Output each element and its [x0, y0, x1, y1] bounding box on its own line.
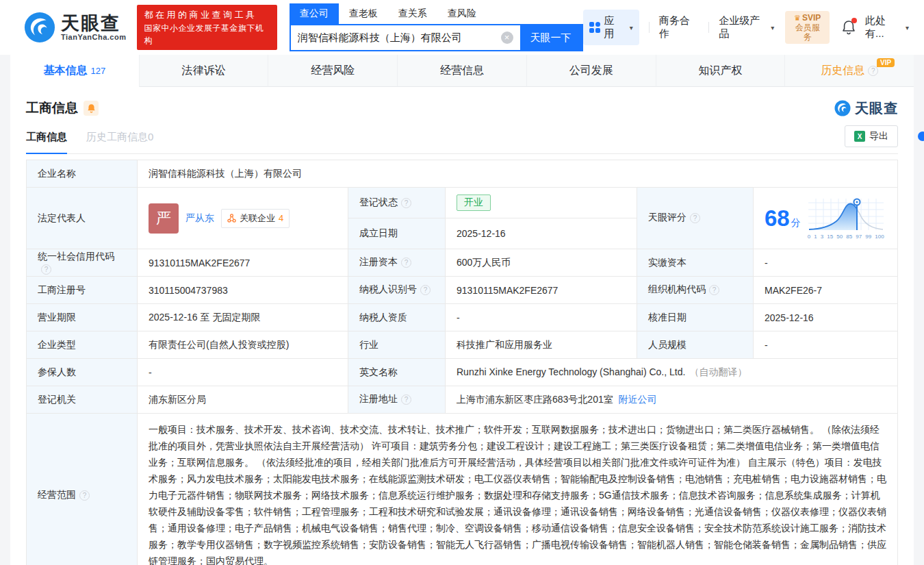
subtab-history-business-info[interactable]: 历史工商信息0: [86, 125, 153, 153]
staff-size-value: -: [754, 331, 898, 359]
field-label: 注册资本?: [348, 249, 446, 277]
subtab-business-info[interactable]: 工商信息: [26, 125, 67, 153]
related-count: 4: [279, 213, 283, 223]
tab-intellectual-property[interactable]: 知识产权: [656, 55, 786, 87]
search-tab-company[interactable]: 查公司: [290, 3, 339, 24]
table-row: 经营范围? 一般项目：技术服务、技术开发、技术咨询、技术交流、技术转让、技术推广…: [27, 414, 898, 565]
top-header: 天眼查 TianYanCha.com 都在用的商业查询工具 国家中小企业发展子基…: [0, 0, 924, 55]
section-title: 工商信息: [26, 99, 78, 117]
field-label: 英文名称: [348, 359, 446, 386]
auto-translate-note: （自动翻译）: [689, 366, 747, 377]
field-label: 经营范围?: [27, 414, 138, 565]
nearby-companies-link[interactable]: 附近公司: [619, 394, 657, 405]
field-label: 纳税人识别号?: [348, 277, 446, 304]
field-label: 参保人数: [27, 359, 138, 386]
notification-bell-icon[interactable]: [842, 20, 856, 35]
reg-status-cell: 开业: [446, 188, 637, 218]
credit-code-value: 91310115MAK2FE2677: [138, 249, 348, 277]
reg-number-value: 310115004737983: [138, 277, 348, 304]
table-row: 企业类型 有限责任公司(自然人投资或控股) 行业 科技推广和应用服务业 人员规模…: [27, 331, 898, 359]
tab-history-info[interactable]: VIP 历史信息 ?: [785, 55, 914, 87]
tab-legal-proceedings[interactable]: 法律诉讼: [140, 55, 269, 87]
floating-widget[interactable]: [918, 131, 924, 141]
help-icon[interactable]: ?: [401, 258, 411, 268]
business-info-table: 企业名称 润智信科能源科技（上海）有限公司 法定代表人 严 严从东: [26, 160, 898, 565]
search-tab-risk[interactable]: 查风险: [437, 3, 487, 24]
tab-company-development[interactable]: 公司发展: [527, 55, 656, 87]
related-companies-badge[interactable]: 关联企业 4: [221, 209, 290, 228]
org-code-value: MAK2FE26-7: [754, 277, 898, 304]
paid-capital-value: -: [754, 249, 898, 277]
help-icon[interactable]: ?: [401, 394, 411, 405]
approval-date-value: 2025-12-16: [754, 304, 898, 331]
search-tab-boss[interactable]: 查老板: [339, 3, 388, 24]
subscribe-bell-icon[interactable]: [84, 101, 99, 116]
related-label: 关联企业: [240, 212, 275, 225]
vip-badge: VIP: [877, 58, 895, 67]
insured-value: -: [138, 359, 348, 386]
table-row: 工商注册号 310115004737983 纳税人识别号? 91310115MA…: [27, 277, 898, 304]
tab-operating-info[interactable]: 经营信息: [398, 55, 527, 87]
tab-label: 基本信息: [44, 64, 88, 78]
table-row: 法定代表人 严 严从东 关联企业 4: [27, 188, 898, 218]
field-label: 法定代表人: [27, 188, 138, 249]
business-scope-text: 一般项目：技术服务、技术开发、技术咨询、技术交流、技术转让、技术推广；软件开发；…: [138, 414, 898, 565]
tab-operating-risk[interactable]: 经营风险: [268, 55, 398, 87]
search-button[interactable]: 天眼一下: [520, 25, 582, 50]
notification-dot: [851, 18, 857, 23]
help-icon[interactable]: ?: [41, 264, 51, 275]
legal-rep-avatar[interactable]: 严: [149, 203, 179, 234]
field-label: 企业类型: [27, 331, 138, 359]
help-icon[interactable]: ?: [709, 285, 719, 295]
help-icon[interactable]: ?: [420, 285, 431, 295]
help-icon[interactable]: ?: [401, 198, 411, 208]
company-name-value: 润智信科能源科技（上海）有限公司: [138, 160, 898, 188]
nav-more[interactable]: 此处有... ▾: [865, 14, 909, 40]
address-value: 上海市浦东新区枣庄路683号北201室 附近公司: [446, 386, 898, 414]
help-icon[interactable]: ?: [690, 213, 700, 223]
export-label: 导出: [869, 130, 888, 142]
divider: [649, 22, 650, 33]
svip-sublabel: 会员服务: [791, 23, 823, 42]
svip-member-badge[interactable]: ♛SVIP 会员服务: [785, 11, 830, 44]
enterprise-label: 企业级产品: [719, 14, 769, 40]
clear-icon[interactable]: ×: [501, 32, 513, 44]
business-info-card: 工商信息 天眼查 工商信息 历史工商信息0 X 导出: [10, 87, 914, 565]
excel-icon: X: [854, 131, 865, 142]
caret-down-icon: ▾: [906, 24, 909, 32]
field-label: 核准日期: [637, 304, 754, 331]
export-button[interactable]: X 导出: [845, 125, 898, 147]
logo-domain: TianYanCha.com: [61, 33, 126, 41]
search-tab-relation[interactable]: 查关系: [388, 3, 437, 24]
score-cell: 68分: [754, 188, 898, 249]
svip-label: SVIP: [802, 13, 821, 23]
legal-rep-name-link[interactable]: 严从东: [185, 212, 214, 225]
field-label: 成立日期: [348, 218, 446, 249]
nav-business-cooperation[interactable]: 商务合作: [659, 14, 700, 40]
field-label: 组织机构代码?: [637, 277, 754, 304]
table-row: 企业名称 润智信科能源科技（上海）有限公司: [27, 160, 898, 188]
reg-authority-value: 浦东新区分局: [138, 386, 348, 414]
logo-swirl-icon: [24, 12, 55, 43]
field-label: 登记状态?: [348, 188, 446, 218]
taxpayer-id-value: 91310115MAK2FE2677: [446, 277, 637, 304]
company-type-value: 有限责任公司(自然人投资或控股): [138, 331, 348, 359]
tab-basic-info[interactable]: 基本信息 127: [10, 55, 140, 87]
search-input[interactable]: [291, 25, 501, 50]
header-nav: 应用 ▾ 商务合作 企业级产品 ▾ ♛SVIP 会员服务 此处有... ▾: [583, 10, 910, 45]
field-label: 天眼评分?: [637, 188, 754, 249]
legal-rep-cell: 严 严从东 关联企业 4: [138, 188, 348, 249]
tab-count: 127: [91, 66, 106, 76]
watermark-swirl-icon: [834, 100, 851, 116]
status-badge-open: 开业: [457, 194, 491, 211]
table-row: 登记机关 浦东新区分局 注册地址? 上海市浦东新区枣庄路683号北201室 附近…: [27, 386, 898, 414]
apps-label: 应用: [604, 14, 624, 40]
tianyancha-logo[interactable]: 天眼查 TianYanCha.com: [24, 12, 126, 43]
help-icon[interactable]: ?: [79, 490, 90, 501]
slogan-line1: 都在用的商业查询工具: [144, 8, 270, 22]
field-label: 登记机关: [27, 386, 138, 414]
industry-value: 科技推广和应用服务业: [446, 331, 637, 359]
apps-menu[interactable]: 应用 ▾: [583, 10, 639, 45]
table-row: 统一社会信用代码? 91310115MAK2FE2677 注册资本? 600万人…: [27, 249, 898, 277]
nav-enterprise-products[interactable]: 企业级产品 ▾: [719, 14, 774, 40]
